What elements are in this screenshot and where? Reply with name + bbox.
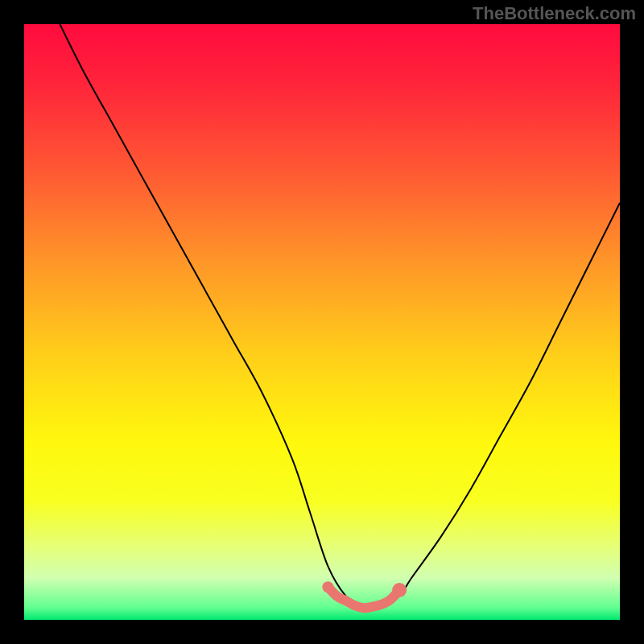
watermark-text: TheBottleneck.com (473, 3, 636, 24)
optimum-band (322, 581, 407, 608)
curve-layer (24, 24, 620, 620)
chart-container: TheBottleneck.com (0, 0, 644, 644)
optimum-start-dot (322, 581, 333, 592)
optimum-band-line (328, 587, 399, 608)
optimum-end-dot (392, 583, 407, 597)
bottleneck-curve (60, 24, 620, 609)
plot-area (24, 24, 620, 620)
